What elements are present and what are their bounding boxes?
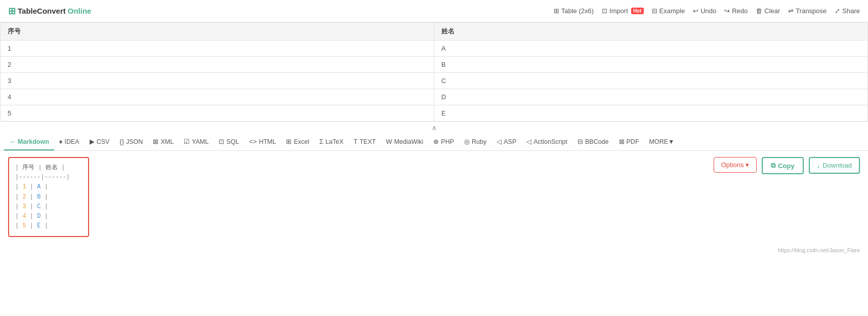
ruby-tab-label: Ruby bbox=[472, 138, 486, 145]
sql-tab-label: SQL bbox=[226, 138, 239, 145]
html-tab-label: HTML bbox=[259, 138, 276, 145]
idea-tab-icon: ♦ bbox=[59, 138, 63, 145]
json-tab-label: JSON bbox=[126, 138, 143, 145]
tab-csv[interactable]: ▶CSV bbox=[85, 134, 115, 150]
output-line-0: | 序号 | 姓名 | bbox=[15, 163, 82, 173]
tab-mediawiki[interactable]: WMediaWiki bbox=[381, 134, 428, 150]
footer-link-text: https://blog.csdn.net/Jason_Flare bbox=[778, 247, 860, 253]
table-row: 2B bbox=[1, 57, 868, 73]
sql-tab-icon: ⊡ bbox=[219, 138, 224, 145]
transpose-icon: ⇌ bbox=[788, 7, 794, 15]
csv-tab-label: CSV bbox=[97, 138, 110, 145]
csv-tab-icon: ▶ bbox=[90, 138, 95, 145]
latex-tab-label: LaTeX bbox=[325, 138, 343, 145]
table-header-row: 序号 姓名 bbox=[1, 23, 868, 41]
collapse-bar[interactable]: ∧ bbox=[0, 122, 868, 134]
options-button[interactable]: Options ▾ bbox=[714, 157, 757, 173]
tab-latex[interactable]: ΣLaTeX bbox=[314, 134, 349, 150]
tab-pdf[interactable]: ⊠PDF bbox=[614, 134, 644, 150]
pdf-tab-icon: ⊠ bbox=[619, 138, 625, 145]
tab-sql[interactable]: ⊡SQL bbox=[214, 134, 244, 150]
hot-badge: Hot bbox=[631, 8, 644, 14]
bbcode-tab-icon: ⊟ bbox=[577, 138, 583, 145]
text-tab-icon: T bbox=[354, 138, 358, 145]
copy-button[interactable]: ⧉ Copy bbox=[762, 157, 804, 174]
tab-xml[interactable]: ⊠XML bbox=[148, 134, 179, 150]
col-header-0: 序号 bbox=[1, 23, 434, 41]
output-actions: Options ▾ ⧉ Copy ↓ Download bbox=[714, 157, 860, 174]
json-tab-icon: {} bbox=[119, 138, 124, 145]
output-line-3: | 2 | B | bbox=[15, 192, 82, 202]
cell-1-0: 2 bbox=[1, 57, 434, 73]
tab-bbcode[interactable]: ⊟BBCode bbox=[572, 134, 614, 150]
logo-icon: ⊞ bbox=[8, 6, 16, 17]
tab-html[interactable]: <>HTML bbox=[244, 134, 281, 150]
yaml-tab-icon: ☑ bbox=[184, 138, 190, 145]
copy-icon: ⧉ bbox=[771, 162, 775, 170]
tab-text[interactable]: TTEXT bbox=[349, 134, 381, 150]
cell-2-1: C bbox=[434, 73, 868, 89]
chevron-up-icon: ∧ bbox=[432, 124, 437, 132]
cell-1-1: B bbox=[434, 57, 868, 73]
tab-actionscript[interactable]: ◁ActionScript bbox=[521, 134, 572, 150]
nav-import-label: Import bbox=[609, 7, 628, 15]
footer: https://blog.csdn.net/Jason_Flare bbox=[0, 243, 868, 257]
clear-icon: 🗑 bbox=[756, 7, 762, 15]
tab-markdown[interactable]: ↔Markdown bbox=[4, 134, 54, 150]
output-line-4: | 3 | C | bbox=[15, 202, 82, 212]
actionscript-tab-label: ActionScript bbox=[533, 138, 567, 145]
output-area: | 序号 | 姓名 ||------|------|| 1 | A || 2 |… bbox=[0, 151, 868, 243]
tab-excel[interactable]: ⊞Excel bbox=[281, 134, 314, 150]
mediawiki-tab-label: MediaWiki bbox=[394, 138, 424, 145]
undo-icon: ↩ bbox=[693, 7, 698, 15]
xml-tab-label: XML bbox=[160, 138, 174, 145]
col-header-1: 姓名 bbox=[434, 23, 868, 41]
excel-tab-label: Excel bbox=[294, 138, 309, 145]
html-tab-icon: <> bbox=[249, 138, 257, 145]
data-table: 序号 姓名 1A2B3C4D5E bbox=[0, 22, 868, 122]
output-line-1: |------|------| bbox=[15, 173, 82, 182]
download-icon: ↓ bbox=[817, 162, 820, 169]
tab-php[interactable]: ⊕PHP bbox=[428, 134, 459, 150]
more-tab-label: MORE▼ bbox=[649, 138, 675, 145]
mediawiki-tab-icon: W bbox=[386, 138, 392, 145]
php-tab-label: PHP bbox=[441, 138, 454, 145]
table-row: 3C bbox=[1, 73, 868, 89]
nav-transpose[interactable]: ⇌ Transpose bbox=[788, 7, 826, 15]
text-tab-label: TEXT bbox=[359, 138, 376, 145]
nav-share[interactable]: ⤢ Share bbox=[835, 7, 860, 15]
tab-json[interactable]: {}JSON bbox=[114, 134, 148, 150]
import-icon: ⊡ bbox=[602, 7, 607, 15]
cell-3-0: 4 bbox=[1, 89, 434, 105]
excel-tab-icon: ⊞ bbox=[286, 138, 292, 145]
nav-example[interactable]: ⊟ Example bbox=[652, 7, 685, 15]
share-icon: ⤢ bbox=[835, 7, 840, 15]
redo-icon: ↪ bbox=[724, 7, 730, 15]
cell-4-1: E bbox=[434, 105, 868, 122]
copy-label: Copy bbox=[778, 162, 795, 170]
nav-clear[interactable]: 🗑 Clear bbox=[756, 7, 780, 15]
download-button[interactable]: ↓ Download bbox=[809, 157, 860, 174]
tab-yaml[interactable]: ☑YAML bbox=[179, 134, 214, 150]
nav-table[interactable]: ⊞ Table (2x6) bbox=[554, 7, 594, 15]
tab-ruby[interactable]: ◎Ruby bbox=[459, 134, 491, 150]
nav-redo[interactable]: ↪ Redo bbox=[724, 7, 748, 15]
nav-import[interactable]: ⊡ Import Hot bbox=[602, 7, 644, 15]
ruby-tab-icon: ◎ bbox=[464, 138, 470, 145]
asp-tab-label: ASP bbox=[504, 138, 516, 145]
download-label: Download bbox=[822, 162, 852, 169]
tab-more[interactable]: MORE▼ bbox=[644, 134, 680, 150]
table-row: 5E bbox=[1, 105, 868, 122]
table-icon: ⊞ bbox=[554, 7, 559, 15]
latex-tab-icon: Σ bbox=[319, 138, 323, 145]
nav-undo[interactable]: ↩ Undo bbox=[693, 7, 716, 15]
output-line-6: | 5 | E | bbox=[15, 221, 82, 231]
logo-tc: TableConvert bbox=[18, 7, 66, 15]
bbcode-tab-label: BBCode bbox=[585, 138, 609, 145]
cell-0-0: 1 bbox=[1, 41, 434, 57]
output-content: | 序号 | 姓名 ||------|------|| 1 | A || 2 |… bbox=[8, 157, 89, 237]
tab-asp[interactable]: ◁ASP bbox=[491, 134, 521, 150]
tab-idea[interactable]: ♦IDEA bbox=[54, 134, 85, 150]
nav-actions: ⊞ Table (2x6) ⊡ Import Hot ⊟ Example ↩ U… bbox=[554, 7, 860, 15]
logo-online: Online bbox=[68, 7, 92, 15]
